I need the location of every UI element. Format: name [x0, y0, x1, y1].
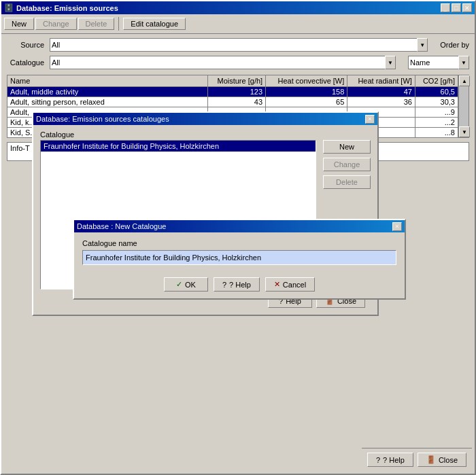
row-name: Adult, sitting person, relaxed: [7, 97, 208, 107]
catalogue-label: Catalogue: [7, 58, 44, 67]
edit-catalogue-button[interactable]: Edit catalogue: [123, 18, 186, 30]
new-cat-help-button[interactable]: ? ? Help: [214, 277, 260, 292]
row-heat-rad: 36: [347, 97, 415, 107]
catalogue-row: Catalogue All ▼ Name ID CO2 ▼: [1, 54, 475, 72]
col-heat-rad: Heat radiant [W]: [347, 75, 415, 87]
row-heat-conv: 158: [266, 87, 347, 97]
toolbar-separator: [118, 17, 119, 31]
cancel-button[interactable]: ✕ Cancel: [265, 277, 315, 292]
table-row[interactable]: Adult, middle activity 123 158 47 60,5: [7, 87, 458, 97]
catalogue-name-label: Catalogue name: [82, 239, 396, 247]
row-co2: ...8: [415, 128, 458, 138]
main-title-icon: 🗄️: [4, 3, 14, 12]
col-moisture: Moisture [g/h]: [208, 75, 266, 87]
col-name: Name: [7, 75, 208, 87]
ok-check-icon: ✓: [176, 280, 182, 289]
maximize-button[interactable]: □: [452, 3, 461, 12]
main-window-controls: _ □ ✕: [441, 3, 472, 12]
row-co2: ...2: [415, 118, 458, 128]
help-icon: ?: [376, 456, 380, 464]
order-by-label: Order by: [440, 41, 469, 49]
close-button[interactable]: ✕: [462, 3, 472, 12]
close-icon: 🚪: [426, 455, 436, 464]
source-row: Source All ▼ Order by: [1, 34, 475, 54]
catalogue-new-button[interactable]: New: [323, 140, 371, 154]
main-window: 🗄️ Database: Emission sources _ □ ✕ New …: [0, 0, 476, 475]
new-catalogue-buttons: ✓ OK ? ? Help ✕ Cancel: [74, 272, 405, 298]
table-row[interactable]: Adult, sitting person, relaxed 43 65 36 …: [7, 97, 458, 107]
scroll-down-button[interactable]: ▼: [459, 126, 470, 137]
catalogue-dialog-title-text: Database: Emission sources catalouges: [36, 115, 169, 123]
toolbar: New Change Delete Edit catalogue: [1, 14, 475, 34]
order-by-select[interactable]: Name ID CO2: [408, 56, 469, 69]
catalogue-select[interactable]: All: [50, 56, 396, 69]
catalogue-change-button[interactable]: Change: [323, 158, 371, 171]
catalogue-select-wrapper: All ▼: [50, 56, 396, 69]
minimize-button[interactable]: _: [441, 3, 450, 12]
row-moisture: 43: [208, 97, 266, 107]
row-heat-conv: 65: [266, 97, 347, 107]
order-by-section: Order by: [440, 41, 469, 49]
new-cat-help-icon: ?: [222, 281, 226, 289]
help-button[interactable]: ? ? Help: [367, 453, 413, 467]
row-heat-rad: 47: [347, 87, 415, 97]
change-button[interactable]: Change: [35, 18, 77, 30]
delete-button[interactable]: Delete: [78, 18, 115, 30]
row-co2: ...9: [415, 107, 458, 118]
catalogue-dialog-title-bar: Database: Emission sources catalouges ×: [33, 113, 377, 125]
new-catalogue-dialog: Database : New Catalogue × Catalogue nam…: [73, 219, 406, 300]
main-title-bar: 🗄️ Database: Emission sources _ □ ✕: [1, 1, 475, 14]
bottom-buttons: ? ? Help 🚪 Close: [362, 448, 472, 471]
info-label: Info-T: [10, 144, 30, 152]
col-co2: CO2 [g/h]: [415, 75, 458, 87]
new-catalogue-body: Catalogue name: [74, 232, 405, 272]
new-catalogue-title-bar: Database : New Catalogue ×: [74, 220, 405, 232]
scroll-up-button[interactable]: ▲: [459, 75, 470, 86]
catalogue-name-input[interactable]: [82, 250, 396, 265]
new-button[interactable]: New: [4, 18, 34, 30]
order-by-select-section: Name ID CO2 ▼: [408, 56, 469, 69]
cancel-x-icon: ✕: [274, 280, 280, 289]
ok-button[interactable]: ✓ OK: [164, 277, 208, 292]
source-select[interactable]: All: [50, 38, 428, 52]
col-heat-conv: Heat convective [W]: [266, 75, 347, 87]
catalogue-dialog-close-btn[interactable]: ×: [365, 115, 375, 124]
row-co2: 30,3: [415, 97, 458, 107]
vertical-scrollbar[interactable]: ▲ ▼: [458, 75, 469, 138]
new-catalogue-close-btn[interactable]: ×: [392, 222, 402, 231]
scroll-track: [459, 86, 469, 126]
row-name: Adult, middle activity: [7, 87, 208, 97]
source-label: Source: [7, 41, 44, 49]
main-title-text: 🗄️ Database: Emission sources: [4, 3, 118, 12]
order-by-select-wrapper: Name ID CO2 ▼: [408, 56, 469, 69]
new-catalogue-title-text: Database : New Catalogue: [77, 222, 166, 230]
catalogue-list-item[interactable]: Fraunhofer Institute for Building Physic…: [41, 141, 316, 152]
row-co2: 60,5: [415, 87, 458, 97]
catalogue-list-label: Catalogue: [40, 130, 371, 139]
source-select-wrapper: All ▼: [50, 38, 428, 52]
close-button-bottom[interactable]: 🚪 Close: [418, 453, 466, 467]
row-moisture: 123: [208, 87, 266, 97]
catalogue-delete-button[interactable]: Delete: [323, 175, 371, 189]
